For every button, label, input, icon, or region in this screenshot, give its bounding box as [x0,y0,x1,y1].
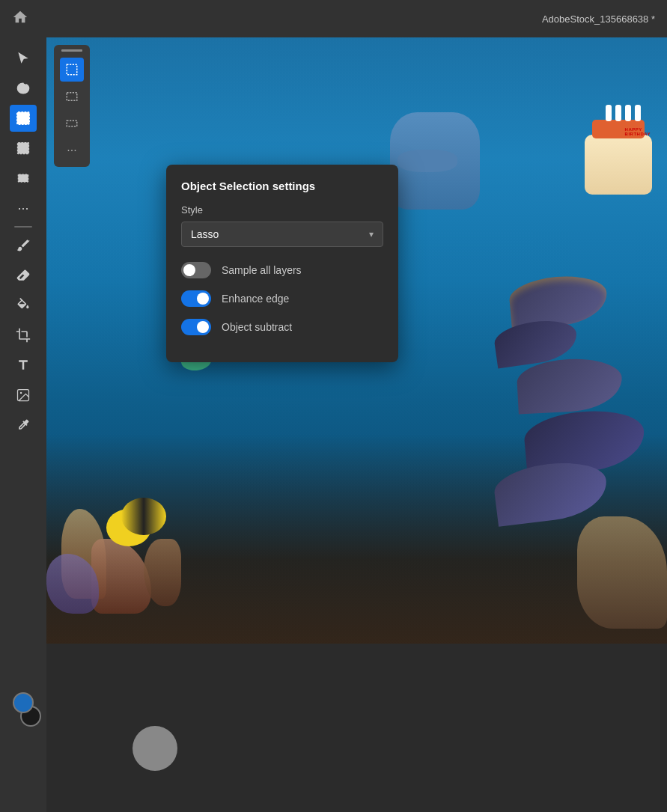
toolbar-divider [14,226,32,228]
eyedropper-tool[interactable] [10,412,37,439]
style-label: Style [181,204,383,216]
object-selection-tool[interactable] [10,105,37,132]
foreground-color-swatch[interactable] [13,692,34,713]
drag-handle [61,49,82,52]
object-subtract-toggle[interactable] [181,319,211,335]
style-value: Lasso [191,228,219,240]
paint-bucket-tool[interactable] [10,292,37,319]
float-action-button[interactable] [133,726,177,771]
settings-popup: Object Selection settings Style Lasso ▾ … [166,165,398,362]
sample-all-layers-toggle[interactable] [181,262,211,278]
enhance-edge-toggle[interactable] [181,290,211,307]
object-subtract-label: Object subtract [222,321,292,333]
dashed-rect-option[interactable] [60,112,84,135]
more-options-button[interactable]: ··· [60,138,84,162]
tool-options-panel: ··· [54,45,90,167]
toolbar: ··· [0,37,46,812]
svg-rect-1 [18,143,29,154]
canvas-area: HAPPYBIRTHDAY ··· Object Selection setti… [46,37,667,812]
toggle-knob [197,321,209,333]
brush-tool[interactable] [10,232,37,259]
rect-select-option[interactable] [60,58,84,82]
place-tool[interactable] [10,382,37,409]
fixed-rect-option[interactable] [60,85,84,109]
home-button[interactable] [12,9,28,28]
select-tool[interactable] [10,45,37,72]
svg-rect-5 [67,64,77,75]
enhance-edge-label: Enhance edge [222,293,289,305]
crop-tool[interactable] [10,322,37,349]
more-tools-button[interactable]: ··· [10,195,37,222]
svg-rect-7 [67,120,77,126]
lasso-tool[interactable] [10,75,37,102]
sample-all-layers-label: Sample all layers [222,264,302,276]
dropdown-arrow-icon: ▾ [369,229,374,239]
sample-all-layers-row: Sample all layers [181,262,383,278]
document-title: AdobeStock_135668638 * [542,13,655,25]
topbar: AdobeStock_135668638 * [0,0,667,37]
type-tool[interactable] [10,352,37,379]
object-subtract-row: Object subtract [181,319,383,335]
style-dropdown[interactable]: Lasso ▾ [181,222,383,247]
svg-point-4 [20,392,22,394]
toggle-knob [197,293,209,305]
popup-title: Object Selection settings [181,180,383,192]
rectangular-marquee-tool[interactable] [10,135,37,162]
enhance-edge-row: Enhance edge [181,290,383,307]
svg-rect-2 [18,174,28,182]
eraser-tool[interactable] [10,262,37,289]
svg-rect-6 [67,93,77,101]
toggle-knob [183,264,195,276]
color-swatches [0,692,46,737]
canvas-bottom-area [46,644,667,812]
fixed-selection-tool[interactable] [10,165,37,192]
